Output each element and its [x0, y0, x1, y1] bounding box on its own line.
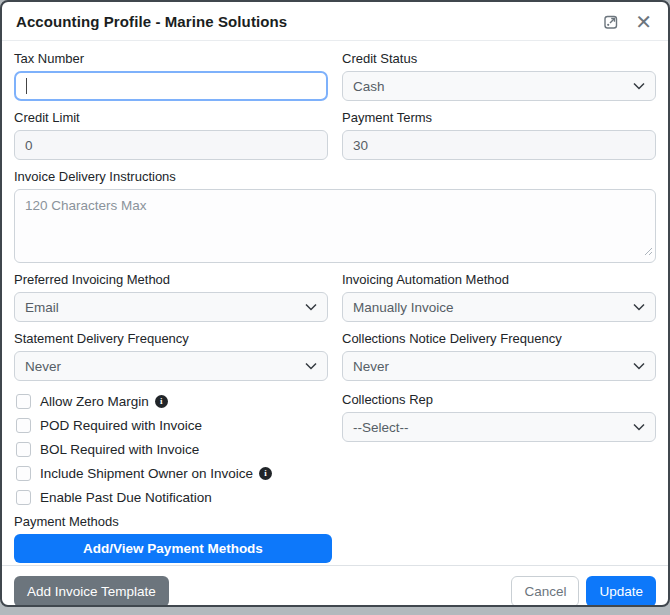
chevron-down-icon: [305, 303, 317, 311]
statement-delivery-frequency-label: Statement Delivery Frequency: [14, 331, 328, 346]
statement-delivery-frequency-select[interactable]: Never: [14, 351, 328, 381]
enable-past-due-label: Enable Past Due Notification: [40, 490, 212, 505]
collections-notice-delivery-frequency-select[interactable]: Never: [342, 351, 656, 381]
info-icon[interactable]: i: [259, 467, 272, 480]
modal-title: Accounting Profile - Marine Solutions: [16, 13, 287, 30]
chevron-down-icon: [305, 362, 317, 370]
enable-past-due-checkbox[interactable]: [16, 490, 31, 505]
modal-footer: Add Invoice Template Cancel Update: [2, 565, 668, 607]
allow-zero-margin-checkbox[interactable]: [16, 394, 31, 409]
credit-limit-input[interactable]: 0: [14, 130, 328, 160]
collections-rep-select[interactable]: --Select--: [342, 412, 656, 442]
checkbox-row-pod-required: POD Required with Invoice: [16, 418, 328, 433]
pod-required-checkbox[interactable]: [16, 418, 31, 433]
checkbox-row-include-shipment-owner: Include Shipment Owner on Invoice i: [16, 466, 328, 481]
invoicing-automation-method-label: Invoicing Automation Method: [342, 272, 656, 287]
text-caret: [26, 78, 27, 94]
collections-notice-delivery-frequency-label: Collections Notice Delivery Frequency: [342, 331, 656, 346]
update-button[interactable]: Update: [586, 576, 656, 607]
chevron-down-icon: [633, 82, 645, 90]
accounting-profile-modal: Accounting Profile - Marine Solutions ✕ …: [0, 0, 670, 607]
expand-icon[interactable]: [603, 14, 619, 30]
credit-status-label: Credit Status: [342, 51, 656, 66]
checkbox-row-enable-past-due: Enable Past Due Notification: [16, 490, 328, 505]
modal-body: Tax Number Credit Status Cash Credit: [2, 41, 668, 565]
info-icon[interactable]: i: [155, 395, 168, 408]
invoicing-automation-method-select[interactable]: Manually Invoice: [342, 292, 656, 322]
payment-methods-label: Payment Methods: [14, 514, 328, 529]
include-shipment-owner-label: Include Shipment Owner on Invoice i: [40, 466, 272, 481]
preferred-invoicing-method-label: Preferred Invoicing Method: [14, 272, 328, 287]
checkbox-row-bol-required: BOL Required with Invoice: [16, 442, 328, 457]
chevron-down-icon: [633, 423, 645, 431]
invoice-delivery-instructions-textarea[interactable]: 120 Characters Max: [14, 189, 656, 263]
invoice-delivery-instructions-label: Invoice Delivery Instructions: [14, 169, 656, 184]
payment-terms-input[interactable]: 30: [342, 130, 656, 160]
close-icon[interactable]: ✕: [635, 14, 652, 30]
preferred-invoicing-method-select[interactable]: Email: [14, 292, 328, 322]
modal-header: Accounting Profile - Marine Solutions ✕: [2, 2, 668, 41]
credit-status-select[interactable]: Cash: [342, 71, 656, 101]
tax-number-input[interactable]: [14, 71, 328, 101]
bol-required-checkbox[interactable]: [16, 442, 31, 457]
allow-zero-margin-label: Allow Zero Margin i: [40, 394, 168, 409]
pod-required-label: POD Required with Invoice: [40, 418, 202, 433]
collections-rep-label: Collections Rep: [342, 392, 656, 407]
resize-grip-icon[interactable]: [644, 242, 653, 260]
checkbox-row-allow-zero-margin: Allow Zero Margin i: [16, 394, 328, 409]
cancel-button[interactable]: Cancel: [511, 576, 579, 607]
tax-number-label: Tax Number: [14, 51, 328, 66]
chevron-down-icon: [633, 303, 645, 311]
add-view-payment-methods-button[interactable]: Add/View Payment Methods: [14, 534, 332, 563]
bol-required-label: BOL Required with Invoice: [40, 442, 199, 457]
chevron-down-icon: [633, 362, 645, 370]
payment-terms-label: Payment Terms: [342, 110, 656, 125]
add-invoice-template-button[interactable]: Add Invoice Template: [14, 576, 169, 607]
credit-limit-label: Credit Limit: [14, 110, 328, 125]
include-shipment-owner-checkbox[interactable]: [16, 466, 31, 481]
